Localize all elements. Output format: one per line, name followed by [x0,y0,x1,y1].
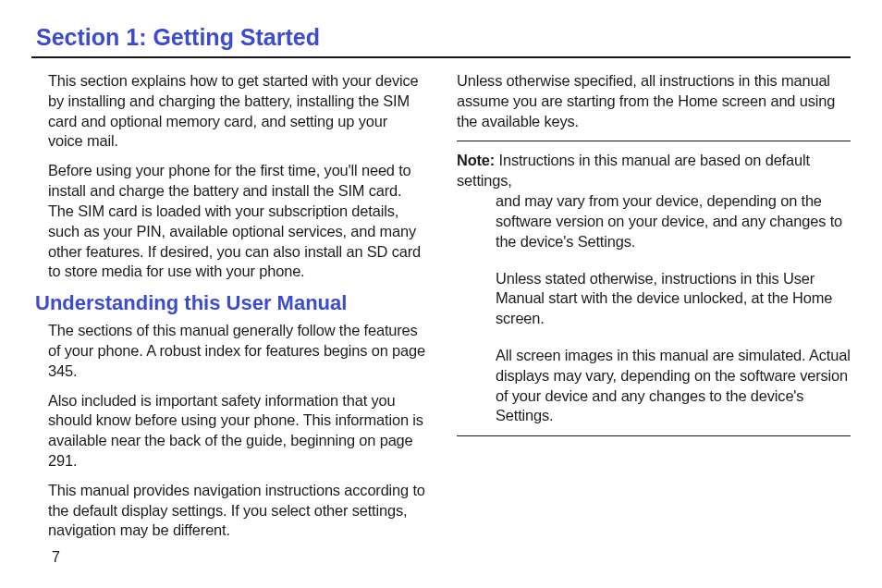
right-column: Unless otherwise specified, all instruct… [457,71,851,550]
manual-paragraph-3: This manual provides navigation instruct… [48,481,425,541]
section-title: Section 1: Getting Started [36,24,851,51]
columns: This section explains how to get started… [31,71,851,550]
note-bottom-rule [457,435,851,436]
page: Section 1: Getting Started This section … [0,0,882,588]
left-column: This section explains how to get started… [31,71,425,550]
intro-paragraph-2: Before using your phone for the first ti… [48,161,425,282]
right-paragraph-1: Unless otherwise specified, all instruct… [457,71,851,131]
note-label: Note: [457,152,495,168]
page-number: 7 [52,549,60,566]
subheading-understanding: Understanding this User Manual [35,291,425,315]
title-rule [31,56,851,58]
note-1-rest: and may vary from your device, depending… [496,191,851,251]
manual-paragraph-2: Also included is important safety inform… [48,391,425,472]
intro-paragraph-1: This section explains how to get started… [48,71,425,152]
note-item-2: Unless stated otherwise, instructions in… [496,269,851,329]
note-item-3: All screen images in this manual are sim… [496,346,851,426]
manual-paragraph-1: The sections of this manual generally fo… [48,321,425,381]
note-item-1: Note: Instructions in this manual are ba… [457,151,851,251]
note-1-firstline: Instructions in this manual are based on… [457,152,810,189]
note-block: Note: Instructions in this manual are ba… [457,151,851,426]
note-top-rule [457,141,851,141]
